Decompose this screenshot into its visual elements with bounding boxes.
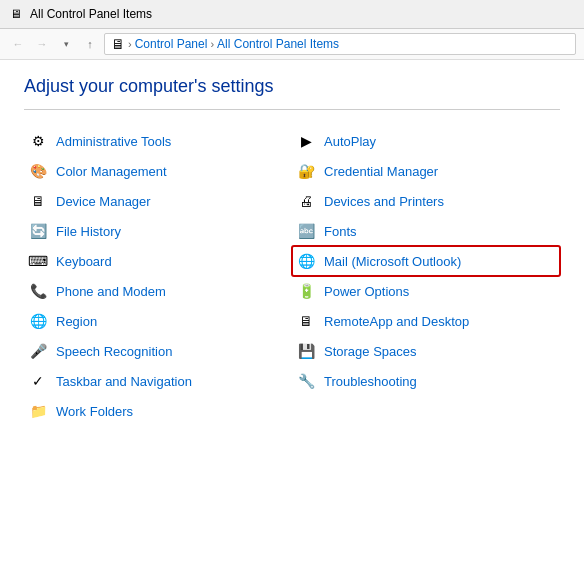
title-bar: 🖥 All Control Panel Items <box>0 0 584 29</box>
icon-file-history: 🔄 <box>28 221 48 241</box>
icon-color-management: 🎨 <box>28 161 48 181</box>
icon-mail-microsoft-outlook: 🌐 <box>296 251 316 271</box>
icon-keyboard: ⌨ <box>28 251 48 271</box>
path-icon: 🖥 <box>111 36 125 52</box>
label-autoplay: AutoPlay <box>324 134 376 149</box>
label-region: Region <box>56 314 97 329</box>
label-administrative-tools: Administrative Tools <box>56 134 171 149</box>
left-item-device-manager[interactable]: 🖥 Device Manager <box>24 186 292 216</box>
icon-taskbar-and-navigation: ✓ <box>28 371 48 391</box>
back-button[interactable]: ← <box>8 34 28 54</box>
label-fonts: Fonts <box>324 224 357 239</box>
right-item-devices-and-printers[interactable]: 🖨 Devices and Printers <box>292 186 560 216</box>
left-item-administrative-tools[interactable]: ⚙ Administrative Tools <box>24 126 292 156</box>
address-bar: ← → ▾ ↑ 🖥 › Control Panel › All Control … <box>0 29 584 60</box>
icon-storage-spaces: 💾 <box>296 341 316 361</box>
left-item-taskbar-and-navigation[interactable]: ✓ Taskbar and Navigation <box>24 366 292 396</box>
divider <box>24 109 560 110</box>
label-file-history: File History <box>56 224 121 239</box>
icon-fonts: 🔤 <box>296 221 316 241</box>
icon-phone-and-modem: 📞 <box>28 281 48 301</box>
up-button[interactable]: ↑ <box>80 34 100 54</box>
right-item-autoplay[interactable]: ▶ AutoPlay <box>292 126 560 156</box>
label-credential-manager: Credential Manager <box>324 164 438 179</box>
address-path: 🖥 › Control Panel › All Control Panel It… <box>104 33 576 55</box>
label-remoteapp-and-desktop: RemoteApp and Desktop <box>324 314 469 329</box>
icon-administrative-tools: ⚙ <box>28 131 48 151</box>
label-troubleshooting: Troubleshooting <box>324 374 417 389</box>
empty-right <box>292 396 560 426</box>
dropdown-button[interactable]: ▾ <box>56 34 76 54</box>
label-keyboard: Keyboard <box>56 254 112 269</box>
forward-button[interactable]: → <box>32 34 52 54</box>
right-item-credential-manager[interactable]: 🔐 Credential Manager <box>292 156 560 186</box>
right-item-storage-spaces[interactable]: 💾 Storage Spaces <box>292 336 560 366</box>
main-content: Adjust your computer's settings ⚙ Admini… <box>0 60 584 442</box>
left-item-speech-recognition[interactable]: 🎤 Speech Recognition <box>24 336 292 366</box>
page-title: Adjust your computer's settings <box>24 76 560 97</box>
left-item-color-management[interactable]: 🎨 Color Management <box>24 156 292 186</box>
icon-autoplay: ▶ <box>296 131 316 151</box>
left-item-phone-and-modem[interactable]: 📞 Phone and Modem <box>24 276 292 306</box>
label-storage-spaces: Storage Spaces <box>324 344 417 359</box>
left-item-keyboard[interactable]: ⌨ Keyboard <box>24 246 292 276</box>
right-item-fonts[interactable]: 🔤 Fonts <box>292 216 560 246</box>
path-all-items[interactable]: All Control Panel Items <box>217 37 339 51</box>
label-devices-and-printers: Devices and Printers <box>324 194 444 209</box>
path-control-panel[interactable]: Control Panel <box>135 37 208 51</box>
label-work-folders: Work Folders <box>56 404 133 419</box>
icon-credential-manager: 🔐 <box>296 161 316 181</box>
label-device-manager: Device Manager <box>56 194 151 209</box>
icon-devices-and-printers: 🖨 <box>296 191 316 211</box>
label-power-options: Power Options <box>324 284 409 299</box>
label-speech-recognition: Speech Recognition <box>56 344 172 359</box>
icon-remoteapp-and-desktop: 🖥 <box>296 311 316 331</box>
title-bar-icon: 🖥 <box>8 6 24 22</box>
icon-speech-recognition: 🎤 <box>28 341 48 361</box>
icon-troubleshooting: 🔧 <box>296 371 316 391</box>
icon-region: 🌐 <box>28 311 48 331</box>
right-item-mail-microsoft-outlook[interactable]: 🌐 Mail (Microsoft Outlook) <box>292 246 560 276</box>
label-phone-and-modem: Phone and Modem <box>56 284 166 299</box>
label-color-management: Color Management <box>56 164 167 179</box>
label-mail-microsoft-outlook: Mail (Microsoft Outlook) <box>324 254 461 269</box>
label-taskbar-and-navigation: Taskbar and Navigation <box>56 374 192 389</box>
path-sep2: › <box>210 38 214 50</box>
right-item-troubleshooting[interactable]: 🔧 Troubleshooting <box>292 366 560 396</box>
path-sep1: › <box>128 38 132 50</box>
left-item-region[interactable]: 🌐 Region <box>24 306 292 336</box>
left-item-work-folders[interactable]: 📁 Work Folders <box>24 396 292 426</box>
icon-device-manager: 🖥 <box>28 191 48 211</box>
icon-work-folders: 📁 <box>28 401 48 421</box>
right-item-remoteapp-and-desktop[interactable]: 🖥 RemoteApp and Desktop <box>292 306 560 336</box>
items-grid: ⚙ Administrative Tools ▶ AutoPlay 🎨 Colo… <box>24 126 560 426</box>
title-bar-text: All Control Panel Items <box>30 7 152 21</box>
icon-power-options: 🔋 <box>296 281 316 301</box>
right-item-power-options[interactable]: 🔋 Power Options <box>292 276 560 306</box>
left-item-file-history[interactable]: 🔄 File History <box>24 216 292 246</box>
